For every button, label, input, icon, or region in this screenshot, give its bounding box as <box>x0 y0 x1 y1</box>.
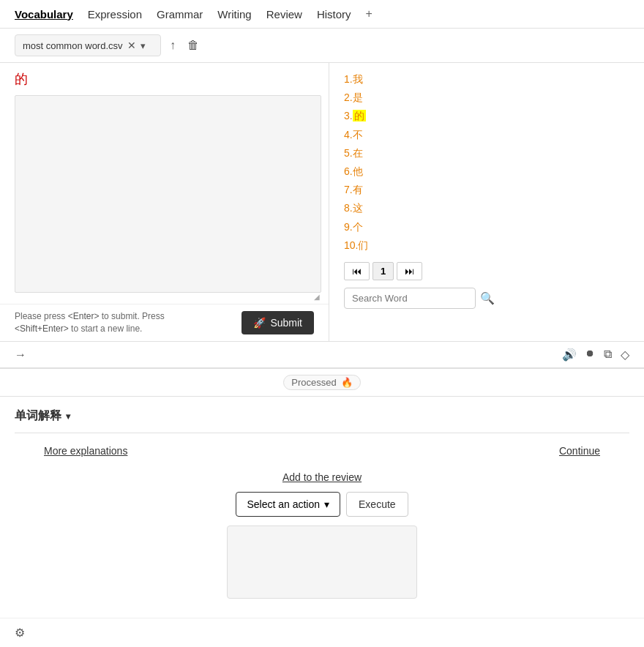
file-name-display: most common word.csv ✕ ▾ <box>15 34 161 56</box>
list-char[interactable]: 这 <box>353 202 363 214</box>
list-num: 8. <box>344 202 353 214</box>
list-item: 3.的 <box>344 107 629 125</box>
search-input[interactable] <box>344 288 476 309</box>
list-char[interactable]: 他 <box>353 165 363 177</box>
continue-link[interactable]: Continue <box>559 445 600 457</box>
submit-hint: Please press <Enter> to submit. Press <S… <box>15 310 165 335</box>
processed-label: Processed <box>291 377 336 388</box>
word-list: 1.我2.是3.的4.不5.在6.他7.有8.这9.个10.们 <box>344 70 629 255</box>
select-action-label: Select an action <box>247 498 320 510</box>
record-icon[interactable]: ⏺ <box>585 348 595 362</box>
footer: ⚙ <box>0 618 644 647</box>
list-char[interactable]: 们 <box>358 239 368 251</box>
page-number[interactable]: 1 <box>372 262 394 280</box>
bottom-section: 单词解释 ▾ More explanations Continue Add to… <box>0 397 644 610</box>
list-num: 3. <box>344 110 353 121</box>
list-num: 5. <box>344 147 353 159</box>
search-row: 🔍 <box>344 288 629 309</box>
file-bar: most common word.csv ✕ ▾ ↑ 🗑 <box>0 29 644 63</box>
processed-divider: Processed 🔥 <box>0 368 644 397</box>
upload-button[interactable]: ↑ <box>167 36 179 55</box>
last-page-button[interactable]: ⏭ <box>397 262 422 280</box>
nav-writing[interactable]: Writing <box>217 8 251 20</box>
list-num: 6. <box>344 165 353 177</box>
list-char[interactable]: 是 <box>353 91 363 103</box>
section-title[interactable]: 单词解释 ▾ <box>15 408 629 424</box>
action-row: Select an action ▾ Execute <box>15 492 629 517</box>
nav-expression[interactable]: Expression <box>88 8 142 20</box>
diamond-icon[interactable]: ◇ <box>621 348 629 362</box>
clear-file-button[interactable]: ✕ <box>127 40 136 51</box>
sound-icon[interactable]: 🔊 <box>562 348 577 362</box>
list-char[interactable]: 我 <box>353 73 363 85</box>
list-item: 7.有 <box>344 181 629 199</box>
list-item: 9.个 <box>344 218 629 236</box>
list-char[interactable]: 个 <box>353 221 363 233</box>
section-divider <box>15 433 629 433</box>
list-item: 2.是 <box>344 89 629 107</box>
list-char[interactable]: 不 <box>353 129 363 141</box>
toolbar-right: 🔊 ⏺ ⧉ ◇ <box>562 348 629 362</box>
submit-button[interactable]: 🚀 Submit <box>242 311 314 334</box>
export-icon[interactable]: → <box>15 348 26 361</box>
hint-line2: <Shift+Enter> to start a new line. <box>15 323 165 335</box>
add-review-label[interactable]: Add to the review <box>15 471 629 483</box>
list-char[interactable]: 在 <box>353 147 363 159</box>
select-action-dropdown-icon: ▾ <box>324 498 329 510</box>
file-dropdown-button[interactable]: ▾ <box>141 40 146 51</box>
char-display: 的 <box>0 63 329 95</box>
nav-vocabulary[interactable]: Vocabulary <box>15 8 73 20</box>
list-item: 10.们 <box>344 236 629 255</box>
list-item: 4.不 <box>344 126 629 144</box>
list-item: 8.这 <box>344 199 629 217</box>
list-char[interactable]: 的 <box>353 110 366 121</box>
list-item: 6.他 <box>344 162 629 181</box>
nav-plus[interactable]: + <box>366 7 372 20</box>
nav-history[interactable]: History <box>317 8 351 20</box>
list-item: 5.在 <box>344 144 629 162</box>
toolbar-row: → 🔊 ⏺ ⧉ ◇ <box>0 341 644 368</box>
fire-icon: 🔥 <box>341 377 353 388</box>
toolbar-left: → <box>15 348 556 362</box>
list-char[interactable]: 有 <box>353 184 363 195</box>
action-links: More explanations Continue <box>15 445 629 457</box>
list-num: 10. <box>344 239 358 251</box>
list-num: 9. <box>344 221 353 233</box>
section-title-text: 单词解释 <box>15 408 61 424</box>
list-num: 2. <box>344 91 353 103</box>
select-action-button[interactable]: Select an action ▾ <box>236 492 340 517</box>
left-panel: 的 ◢ Please press <Enter> to submit. Pres… <box>0 63 329 341</box>
rocket-icon: 🚀 <box>253 317 266 329</box>
navigation: Vocabulary Expression Grammar Writing Re… <box>0 0 644 29</box>
copy-icon[interactable]: ⧉ <box>604 348 612 362</box>
right-panel: 1.我2.是3.的4.不5.在6.他7.有8.这9.个10.们 ⏮ 1 ⏭ 🔍 <box>329 63 644 341</box>
hint-line1: Please press <Enter> to submit. Press <box>15 310 165 323</box>
list-num: 7. <box>344 184 353 195</box>
first-page-button[interactable]: ⏮ <box>344 262 370 280</box>
main-input[interactable] <box>15 95 321 293</box>
submit-label: Submit <box>270 317 302 329</box>
text-area-wrap: ◢ <box>0 95 329 304</box>
delete-button[interactable]: 🗑 <box>184 36 202 55</box>
pagination: ⏮ 1 ⏭ <box>344 262 629 280</box>
list-num: 1. <box>344 73 353 85</box>
list-item: 1.我 <box>344 70 629 89</box>
notes-textarea[interactable] <box>227 526 417 599</box>
settings-icon[interactable]: ⚙ <box>15 626 25 640</box>
resize-handle: ◢ <box>314 293 320 301</box>
file-name-text: most common word.csv <box>23 40 123 51</box>
list-num: 4. <box>344 129 353 141</box>
main-area: 的 ◢ Please press <Enter> to submit. Pres… <box>0 63 644 341</box>
search-button[interactable]: 🔍 <box>480 291 495 305</box>
submit-bar: Please press <Enter> to submit. Press <S… <box>0 304 329 341</box>
nav-review[interactable]: Review <box>266 8 302 20</box>
section-dropdown-arrow: ▾ <box>66 411 70 422</box>
nav-grammar[interactable]: Grammar <box>157 8 203 20</box>
processed-badge: Processed 🔥 <box>283 375 360 390</box>
notes-area <box>15 526 629 599</box>
more-explanations-link[interactable]: More explanations <box>44 445 127 457</box>
execute-button[interactable]: Execute <box>346 492 408 517</box>
